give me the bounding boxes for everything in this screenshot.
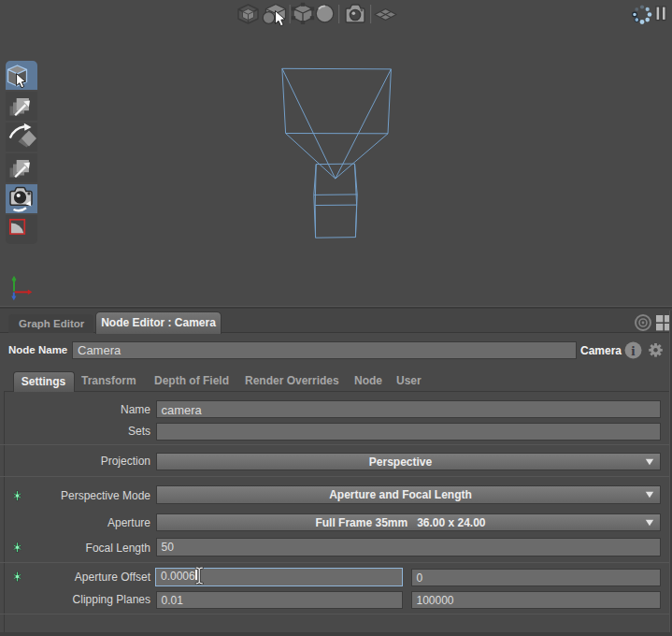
svg-text:i: i xyxy=(631,342,636,358)
